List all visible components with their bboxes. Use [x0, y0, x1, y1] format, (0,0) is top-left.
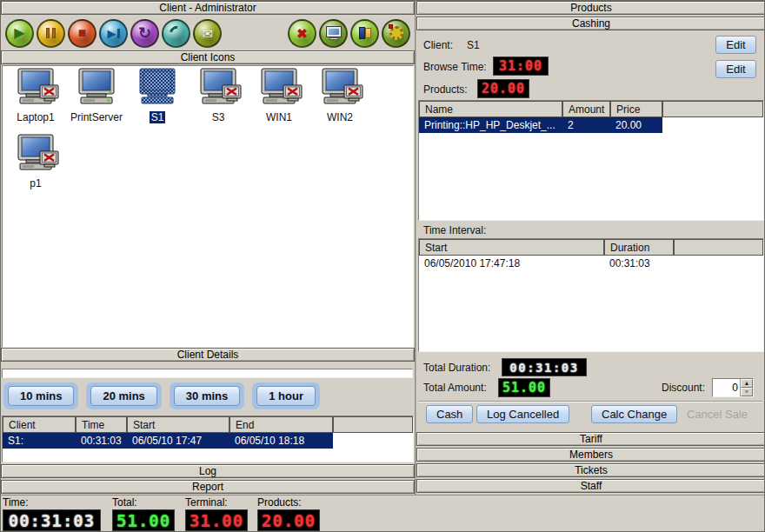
client-PrintServer[interactable]: PrintServer	[66, 68, 127, 134]
edit-browse-time-button[interactable]: Edit	[715, 60, 756, 78]
cashing-separator	[418, 401, 762, 402]
column-header-blank[interactable]	[662, 101, 763, 117]
status-time: Time:00:31:03	[3, 496, 101, 531]
session-row[interactable]: S1:00:31:0306/05/10 17:4706/05/10 18:18	[3, 433, 333, 449]
total-amount-label: Total Amount:	[423, 382, 487, 394]
interval-row[interactable]: 06/05/2010 17:47:1800:31:03	[419, 256, 674, 271]
quick-time-halo: 1 hour	[252, 382, 320, 409]
computer-icon	[255, 68, 303, 110]
client-label: WIN1	[264, 111, 294, 123]
column-header-Amount[interactable]: Amount	[562, 101, 610, 117]
discount-down-button[interactable]: ▼	[741, 388, 753, 396]
cell: 06/05/10 17:47	[127, 433, 230, 449]
calc-change-button[interactable]: Calc Change	[591, 405, 677, 423]
column-header-Start[interactable]: Start	[419, 239, 604, 256]
column-header-Time[interactable]: Time	[76, 416, 127, 433]
discount-up-button[interactable]: ▲	[741, 379, 753, 388]
section-client-details[interactable]: Client Details	[1, 348, 415, 362]
client-S1[interactable]: S1	[127, 68, 188, 134]
cell: Printing::HP_HP_Deskjet_...	[419, 117, 562, 133]
client-label: S3	[210, 111, 227, 123]
section-client-details-label: Client Details	[177, 349, 239, 361]
section-client-icons[interactable]: Client Icons	[1, 50, 415, 64]
edit-session-button[interactable]	[162, 19, 190, 48]
section-tickets-label: Tickets	[575, 464, 608, 476]
column-header-Start[interactable]: Start	[127, 416, 230, 433]
section-tickets[interactable]: Tickets	[416, 463, 765, 477]
computer-icon	[72, 68, 121, 110]
status-led-display: 20.00	[257, 509, 320, 531]
section-cashing-label: Cashing	[572, 17, 610, 30]
tab-products[interactable]: Products	[416, 1, 765, 15]
discount-spinner: ▲ ▼	[712, 378, 754, 397]
resume-button[interactable]: ▶	[99, 19, 128, 48]
section-report-label: Report	[192, 481, 223, 493]
products-amount-display: 20.00	[477, 79, 529, 98]
cell: 00:31:03	[604, 256, 674, 271]
client-label: WIN2	[325, 111, 355, 123]
status-total: Total:51.00	[112, 496, 175, 531]
quick-time-button-1-hour[interactable]: 1 hour	[256, 386, 316, 406]
logout-button[interactable]	[350, 19, 379, 48]
restart-button[interactable]: ↻	[130, 19, 159, 48]
section-tariff[interactable]: Tariff	[416, 432, 765, 446]
step-forward-icon: ▶	[108, 28, 120, 39]
envelope-icon: ✉	[202, 27, 213, 40]
client-Laptop1[interactable]: Laptop1	[5, 68, 66, 134]
product-row[interactable]: Printing::HP_HP_Deskjet_...220.00	[419, 117, 662, 133]
pause-button[interactable]	[37, 19, 65, 48]
cell: 00:31:03	[76, 433, 127, 449]
column-header-Price[interactable]: Price	[610, 101, 662, 117]
remote-view-button[interactable]	[319, 19, 348, 48]
status-terminal: Terminal:31.00	[185, 496, 248, 531]
play-icon: ▶	[14, 26, 24, 40]
intervals-table: StartDuration06/05/2010 17:47:1800:31:03	[418, 238, 764, 352]
status-label: Products:	[257, 496, 320, 509]
total-amount-display: 51.00	[498, 378, 550, 397]
status-led-display: 00:31:03	[3, 509, 101, 531]
client-p1[interactable]: p1	[5, 134, 66, 200]
tab-client-administrator[interactable]: Client - Administrator	[1, 1, 415, 15]
computer-icon	[11, 134, 60, 176]
quick-time-buttons: 10 mins20 mins30 mins1 hour	[3, 380, 412, 412]
column-header-Name[interactable]: Name	[419, 101, 562, 117]
client-WIN2[interactable]: WIN2	[309, 68, 370, 134]
discount-input[interactable]	[713, 379, 740, 396]
status-label: Total:	[112, 496, 175, 509]
session-table: ClientTimeStartEndS1:00:31:0306/05/10 17…	[2, 416, 414, 462]
section-log[interactable]: Log	[1, 464, 415, 478]
section-log-label: Log	[199, 465, 216, 477]
status-led-display: 31.00	[185, 509, 248, 531]
section-members-label: Members	[569, 449, 613, 461]
log-cancelled-button[interactable]: Log Cancelled	[476, 405, 569, 423]
client-WIN1[interactable]: WIN1	[249, 68, 309, 134]
client-S3[interactable]: S3	[188, 68, 249, 134]
quick-time-button-30-mins[interactable]: 30 mins	[174, 386, 240, 406]
cash-button[interactable]: Cash	[426, 405, 473, 423]
column-header-Duration[interactable]: Duration	[604, 239, 674, 256]
section-cashing[interactable]: Cashing	[416, 17, 765, 30]
section-staff[interactable]: Staff	[416, 479, 765, 493]
status-led-display: 51.00	[112, 509, 175, 531]
start-button[interactable]: ▶	[5, 19, 34, 48]
terminate-button[interactable]: ✖	[288, 19, 316, 48]
column-header-blank[interactable]	[333, 416, 413, 433]
computer-icon	[133, 68, 182, 110]
quick-time-button-10-mins[interactable]: 10 mins	[8, 386, 74, 406]
column-header-blank[interactable]	[674, 239, 763, 256]
cell: 06/05/10 18:18	[230, 433, 333, 449]
pause-icon	[46, 28, 56, 38]
quick-time-halo: 20 mins	[86, 382, 161, 409]
quick-time-button-20-mins[interactable]: 20 mins	[90, 386, 156, 406]
column-header-End[interactable]: End	[230, 416, 333, 433]
section-members[interactable]: Members	[416, 448, 765, 462]
column-header-Client[interactable]: Client	[3, 416, 76, 433]
section-report[interactable]: Report	[1, 480, 415, 494]
refresh-icon: ↻	[138, 25, 151, 41]
edit-client-button[interactable]: Edit	[715, 36, 756, 54]
stop-button[interactable]: ■	[68, 19, 96, 48]
browse-time-label: Browse Time:	[423, 61, 487, 73]
client-toolbar: ▶■▶↻✉ ✖	[1, 17, 415, 50]
send-message-button[interactable]: ✉	[193, 19, 222, 48]
settings-button[interactable]	[382, 19, 410, 48]
